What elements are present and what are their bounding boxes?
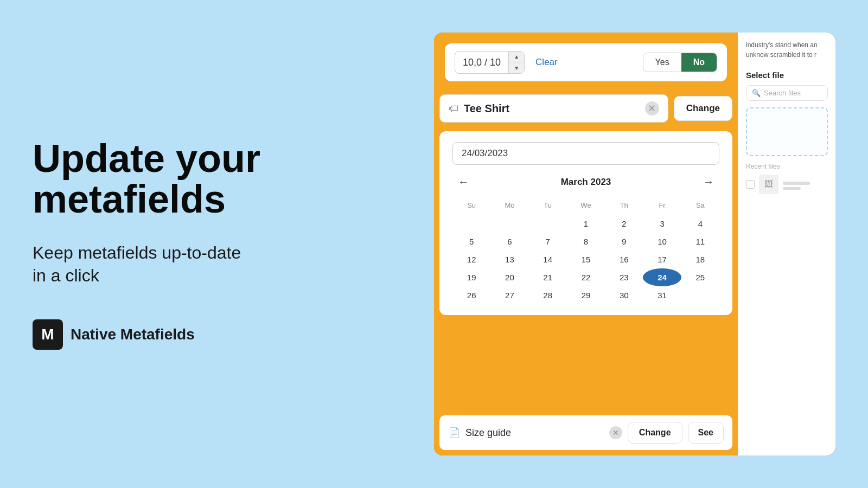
brand-icon: M	[33, 319, 63, 350]
day-header-fr: Fr	[643, 199, 681, 215]
calendar-day[interactable]: 13	[490, 251, 528, 268]
yes-no-group: Yes No	[643, 53, 717, 72]
calendar-day	[452, 215, 490, 233]
recent-file-bar-2	[783, 187, 801, 190]
ui-mockup: 10,0 / 10 ▲ ▼ Clear Yes No	[434, 33, 835, 455]
date-input[interactable]	[452, 142, 719, 165]
yes-button[interactable]: Yes	[643, 53, 681, 72]
recent-files-label: Recent files	[746, 163, 828, 170]
day-header-mo: Mo	[490, 199, 528, 215]
file-see-button[interactable]: See	[688, 422, 724, 444]
calendar-day[interactable]: 17	[643, 251, 681, 268]
calendar-day[interactable]: 23	[605, 268, 643, 286]
calendar-day[interactable]: 18	[681, 251, 719, 268]
calendar-day[interactable]: 14	[529, 251, 567, 268]
tag-input-container: 🏷 Tee Shirt ✕	[439, 94, 668, 123]
calendar-day[interactable]: 4	[681, 215, 719, 233]
file-clear-button[interactable]: ✕	[609, 426, 622, 439]
clear-button[interactable]: Clear	[531, 55, 562, 70]
number-arrows: ▲ ▼	[508, 52, 524, 73]
file-section: 📄 Size guide ✕ Change See	[434, 411, 738, 455]
number-input-group[interactable]: 10,0 / 10 ▲ ▼	[455, 51, 525, 74]
calendar-grid: Su Mo Tu We Th Fr Sa 1234567891011121314…	[452, 199, 719, 304]
search-files-placeholder: Search files	[764, 89, 801, 97]
day-header-su: Su	[452, 199, 490, 215]
recent-file-thumbnail: 🖼	[759, 175, 778, 194]
calendar-day[interactable]: 16	[605, 251, 643, 268]
file-icon: 📄	[448, 427, 460, 439]
calendar-day[interactable]: 24	[643, 268, 681, 286]
select-file-label: Select file	[746, 70, 828, 80]
tag-value: Tee Shirt	[464, 102, 640, 115]
calendar-section: ← March 2023 → Su Mo Tu We Th Fr Sa	[434, 127, 738, 411]
calendar-day[interactable]: 12	[452, 251, 490, 268]
file-change-button[interactable]: Change	[628, 422, 682, 444]
calendar-day[interactable]: 26	[452, 286, 490, 304]
calendar-day[interactable]: 7	[529, 233, 567, 251]
recent-file-info	[783, 179, 828, 190]
decrement-button[interactable]: ▼	[509, 62, 524, 73]
right-sidebar: industry's stand when an unknow scramble…	[738, 33, 835, 455]
calendar-day	[681, 286, 719, 304]
calendar-day[interactable]: 21	[529, 268, 567, 286]
calendar-day[interactable]: 8	[567, 233, 605, 251]
calendar-day[interactable]: 15	[567, 251, 605, 268]
next-month-button[interactable]: →	[698, 174, 719, 190]
file-row: 📄 Size guide ✕ Change See	[439, 415, 732, 450]
no-button[interactable]: No	[681, 53, 717, 72]
number-display: 10,0 / 10	[455, 53, 508, 73]
calendar-day[interactable]: 27	[490, 286, 528, 304]
calendar-day[interactable]: 20	[490, 268, 528, 286]
day-header-th: Th	[605, 199, 643, 215]
calendar-day[interactable]: 2	[605, 215, 643, 233]
calendar-day[interactable]: 22	[567, 268, 605, 286]
tag-icon: 🏷	[449, 103, 458, 114]
main-heading: Update your metafields	[33, 138, 260, 220]
day-header-we: We	[567, 199, 605, 215]
calendar-header: ← March 2023 →	[452, 174, 719, 190]
calendar-day[interactable]: 10	[643, 233, 681, 251]
calendar-day[interactable]: 25	[681, 268, 719, 286]
calendar-day[interactable]: 5	[452, 233, 490, 251]
search-icon: 🔍	[752, 89, 761, 97]
calendar-day	[529, 215, 567, 233]
search-files-input[interactable]: 🔍 Search files	[746, 85, 828, 101]
tag-section: 🏷 Tee Shirt ✕ Change	[434, 90, 738, 127]
increment-button[interactable]: ▲	[509, 52, 524, 62]
calendar-day[interactable]: 3	[643, 215, 681, 233]
ui-main: 10,0 / 10 ▲ ▼ Clear Yes No	[434, 33, 738, 455]
number-section: 10,0 / 10 ▲ ▼ Clear Yes No	[445, 43, 727, 81]
sub-heading: Keep metafields up-to-date in a click	[33, 242, 260, 287]
brand-name: Native Metafields	[71, 326, 195, 343]
calendar-day[interactable]: 9	[605, 233, 643, 251]
day-header-sa: Sa	[681, 199, 719, 215]
calendar-day[interactable]: 29	[567, 286, 605, 304]
file-name-text: Size guide	[465, 427, 604, 439]
day-header-tu: Tu	[529, 199, 567, 215]
tag-clear-button[interactable]: ✕	[645, 101, 659, 115]
calendar-day[interactable]: 1	[567, 215, 605, 233]
calendar-day[interactable]: 28	[529, 286, 567, 304]
calendar-day[interactable]: 11	[681, 233, 719, 251]
calendar-day[interactable]: 31	[643, 286, 681, 304]
brand-logo: M Native Metafields	[33, 319, 260, 350]
calendar-day[interactable]: 6	[490, 233, 528, 251]
recent-file-bar	[783, 182, 810, 185]
calendar-day	[490, 215, 528, 233]
scrolled-text: industry's stand when an unknow scramble…	[746, 40, 828, 60]
file-upload-area[interactable]	[746, 107, 828, 156]
prev-month-button[interactable]: ←	[452, 174, 474, 190]
calendar-card: ← March 2023 → Su Mo Tu We Th Fr Sa	[439, 131, 732, 315]
recent-file-checkbox[interactable]	[746, 180, 755, 189]
left-panel: Update your metafields Keep metafields u…	[33, 138, 260, 350]
change-tag-button[interactable]: Change	[674, 96, 732, 121]
calendar-day[interactable]: 19	[452, 268, 490, 286]
calendar-month-label: March 2023	[561, 177, 611, 188]
recent-file-row: 🖼	[746, 175, 828, 194]
calendar-day[interactable]: 30	[605, 286, 643, 304]
